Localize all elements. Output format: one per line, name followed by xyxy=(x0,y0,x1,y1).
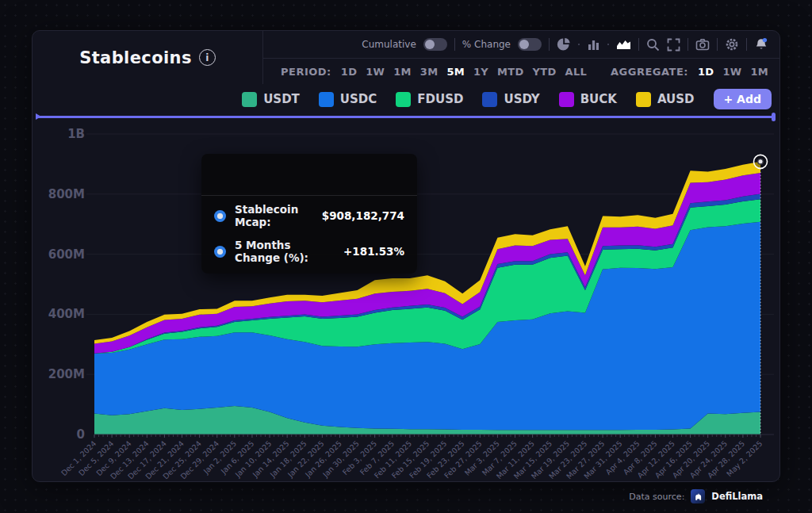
period-bar: PERIOD: 1D1W1M3M5M1YMTDYTDALL AGGREGATE:… xyxy=(263,59,779,84)
period-option-ytd[interactable]: YTD xyxy=(533,66,557,78)
divider xyxy=(688,38,688,51)
tooltip-label: 5 Months Change (%): xyxy=(235,239,335,264)
time-brush[interactable] xyxy=(36,116,774,118)
period-option-1d[interactable]: 1D xyxy=(341,66,357,78)
period-option-mtd[interactable]: MTD xyxy=(497,66,524,78)
aggregate-option-1w[interactable]: 1W xyxy=(722,66,741,78)
cumulative-label: Cumulative xyxy=(362,39,416,50)
data-source: Data source: DefiLlama xyxy=(629,489,763,503)
stablecoins-panel: Stablecoins i Cumulative % Change xyxy=(32,30,780,482)
divider xyxy=(717,38,718,51)
legend-label: BUCK xyxy=(580,92,617,106)
defillama-logo-icon xyxy=(691,489,705,503)
dot-separator xyxy=(578,44,580,45)
header-right: Cumulative % Change xyxy=(263,31,779,84)
data-source-brand: DefiLlama xyxy=(711,491,763,502)
legend-item-ausd[interactable]: AUSD xyxy=(636,92,695,107)
legend-items: USDTUSDCFDUSDUSDYBUCKAUSD xyxy=(242,92,694,107)
y-axis-label: 200M xyxy=(48,367,85,381)
panel-header: Stablecoins i Cumulative % Change xyxy=(33,31,779,84)
legend-item-fdusd[interactable]: FDUSD xyxy=(396,92,463,107)
legend-item-usdt[interactable]: USDT xyxy=(242,92,300,107)
legend-label: USDT xyxy=(263,92,300,106)
active-point-marker-dot xyxy=(758,159,763,164)
legend-swatch xyxy=(559,92,574,107)
y-axis-label: 0 xyxy=(77,427,85,442)
pct-change-toggle[interactable] xyxy=(518,38,542,51)
y-axis-label: 400M xyxy=(48,307,85,321)
legend-swatch xyxy=(319,92,334,107)
chart-area: 0200M400M600M800M1BDec 1, 2024Dec 5, 202… xyxy=(33,114,779,481)
y-axis-label: 1B xyxy=(67,127,85,141)
aggregate-group: AGGREGATE: 1D1W1M xyxy=(611,66,768,78)
notification-badge xyxy=(763,38,767,42)
legend-label: FDUSD xyxy=(417,92,463,106)
divider xyxy=(638,38,639,51)
divider xyxy=(549,38,550,51)
period-option-all[interactable]: ALL xyxy=(565,66,588,78)
period-group: PERIOD: 1D1W1M3M5M1YMTDYTDALL xyxy=(281,66,587,78)
legend-item-buck[interactable]: BUCK xyxy=(559,92,617,107)
area-chart-icon[interactable] xyxy=(616,38,631,51)
tooltip-row: 5 Months Change (%): +181.53% xyxy=(201,232,417,267)
legend-row: USDTUSDCFDUSDUSDYBUCKAUSD + Add xyxy=(33,84,779,114)
tooltip-row: Stablecoin Mcap: $908,182,774 xyxy=(201,196,417,232)
legend-item-usdc[interactable]: USDC xyxy=(319,92,377,107)
period-option-1y[interactable]: 1Y xyxy=(473,66,488,78)
bullet-icon xyxy=(214,246,226,258)
aggregate-option-1m[interactable]: 1M xyxy=(750,66,768,78)
legend-swatch xyxy=(482,92,497,107)
legend-swatch xyxy=(396,92,411,107)
page-title: Stablecoins xyxy=(79,48,192,67)
period-option-1w[interactable]: 1W xyxy=(366,66,385,78)
add-stablecoin-button[interactable]: + Add xyxy=(714,89,772,109)
data-source-label: Data source: xyxy=(629,492,684,502)
settings-gear-icon[interactable] xyxy=(725,37,739,52)
period-options: 1D1W1M3M5M1YMTDYTDALL xyxy=(341,66,587,78)
camera-icon[interactable] xyxy=(695,38,710,51)
legend-swatch xyxy=(242,92,257,107)
legend-label: USDY xyxy=(504,92,539,106)
bar-chart-icon[interactable] xyxy=(587,38,600,52)
search-icon[interactable] xyxy=(646,38,660,52)
tooltip-value: +181.53% xyxy=(343,245,404,258)
pct-change-label: % Change xyxy=(462,39,511,50)
dot-separator xyxy=(607,44,609,45)
legend-item-usdy[interactable]: USDY xyxy=(482,92,539,107)
period-option-3m[interactable]: 3M xyxy=(420,66,439,78)
legend-swatch xyxy=(636,92,651,107)
divider xyxy=(454,38,455,51)
aggregate-label: AGGREGATE: xyxy=(611,66,688,78)
tooltip-value: $908,182,774 xyxy=(322,209,404,222)
notifications-bell-icon[interactable] xyxy=(754,37,768,52)
tooltip-label: Stablecoin Mcap: xyxy=(235,203,313,228)
fullscreen-icon[interactable] xyxy=(667,38,680,52)
aggregate-option-1d[interactable]: 1D xyxy=(698,66,714,78)
bullet-icon xyxy=(214,210,226,222)
tooltip-header xyxy=(201,154,417,196)
y-axis-label: 600M xyxy=(48,247,85,262)
pie-chart-icon[interactable] xyxy=(557,37,571,52)
period-option-5m[interactable]: 5M xyxy=(446,66,465,78)
info-icon[interactable]: i xyxy=(199,49,216,66)
legend-label: AUSD xyxy=(657,92,695,106)
toolbar: Cumulative % Change xyxy=(263,31,779,59)
cumulative-toggle[interactable] xyxy=(423,38,447,51)
brush-handle-right[interactable] xyxy=(772,113,776,121)
chart-tooltip: Stablecoin Mcap: $908,182,774 5 Months C… xyxy=(201,154,417,274)
legend-label: USDC xyxy=(340,92,377,106)
period-option-1m[interactable]: 1M xyxy=(393,66,412,78)
brush-handle-left[interactable] xyxy=(36,113,41,120)
y-axis-label: 800M xyxy=(48,187,85,201)
divider xyxy=(746,38,747,51)
period-label: PERIOD: xyxy=(281,66,331,78)
aggregate-options: 1D1W1M xyxy=(698,66,768,78)
title-box: Stablecoins i xyxy=(33,31,263,84)
